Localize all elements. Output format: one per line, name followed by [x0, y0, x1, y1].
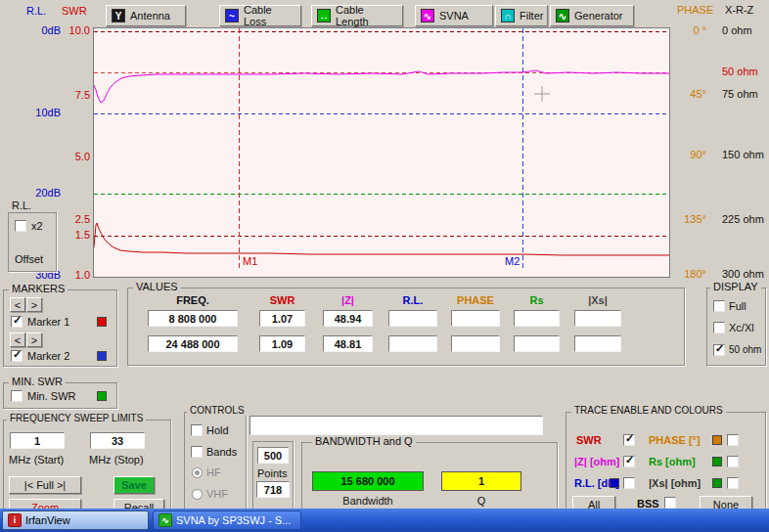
marker1-swr-value[interactable]: 1.07 [259, 310, 305, 327]
display-xcxl-checkbox[interactable] [713, 322, 725, 333]
hold-checkbox[interactable] [191, 424, 203, 436]
chart-svg [94, 28, 669, 277]
marker1-xs-value[interactable] [574, 310, 621, 327]
marker2-rl-value[interactable] [388, 335, 437, 352]
generator-icon: ∿ [556, 9, 569, 22]
phase-tick-0: 0 ° [677, 24, 706, 36]
marker2-prev-button[interactable]: < [10, 332, 25, 347]
bands-label: Bands [206, 446, 237, 458]
cable-loss-button[interactable]: ~ Cable Loss [219, 5, 301, 26]
points-label: Points [257, 467, 288, 479]
vhf-radio[interactable] [192, 489, 203, 500]
display-50ohm-checkbox[interactable] [713, 344, 725, 356]
marker2-checkbox-label: Marker 2 [27, 350, 69, 362]
marker1-phase-value[interactable] [451, 310, 500, 327]
bss-checkbox[interactable] [664, 497, 676, 509]
rl-tick-20db: 20dB [27, 187, 61, 199]
values-header-freq: FREQ. [148, 294, 238, 306]
irfanview-icon: i [8, 513, 22, 527]
display-full-checkbox[interactable] [713, 300, 725, 312]
marker1-rl-value[interactable] [388, 310, 437, 327]
trace-xs-label: |Xs| [ohm] [649, 477, 701, 489]
points-input[interactable]: 500 [257, 447, 289, 464]
marker1-rs-value[interactable] [514, 310, 560, 327]
trace-phase-label: PHASE [°] [649, 434, 701, 446]
x2-checkbox[interactable] [15, 220, 26, 232]
marker1-checkbox[interactable] [11, 316, 23, 328]
hf-radio[interactable] [192, 467, 203, 478]
ohm-tick-0: 0 ohm [722, 24, 752, 36]
svna-button-label: SVNA [439, 10, 469, 22]
cable-length-button[interactable]: ↔ Cable Length [311, 5, 403, 26]
marker2-z-value[interactable]: 48.81 [323, 335, 373, 352]
rl-offset-group: x2 Offset [8, 212, 57, 272]
values-header-swr: SWR [259, 294, 305, 306]
trace-rs-swatch[interactable] [712, 457, 722, 466]
points-count-value: 718 [256, 481, 290, 498]
ohm-tick-150: 150 ohm [722, 149, 764, 160]
sweep-limits-title: FREQUENCY SWEEP LIMITS [7, 413, 146, 423]
marker2-phase-value[interactable] [451, 335, 500, 352]
phase-tick-90: 90° [677, 149, 706, 160]
sweep-start-input[interactable]: 1 [10, 432, 65, 449]
trace-swr-label: SWR [576, 434, 602, 446]
marker2-swr-value[interactable]: 1.09 [259, 335, 305, 352]
marker2-xs-value[interactable] [574, 335, 621, 352]
filter-icon: ∩ [501, 9, 515, 22]
taskbar-svna-button[interactable]: ∿ SVNA by SP3SWJ - S... [153, 510, 301, 530]
marker2-label: M2 [505, 255, 520, 267]
trace-xs-swatch[interactable] [712, 478, 722, 488]
display-group: DISPLAY Full Xc/Xl 50 ohm [706, 288, 766, 366]
cable-loss-icon: ~ [225, 9, 239, 22]
generator-button-label: Generator [574, 10, 623, 22]
trace-enable-title: TRACE ENABLE AND COLOURS [571, 405, 726, 416]
full-span-button[interactable]: |< Full >| [9, 476, 81, 494]
trace-z-checkbox[interactable] [623, 456, 635, 467]
marker1-next-button[interactable]: > [26, 297, 42, 312]
marker2-checkbox[interactable] [11, 350, 23, 362]
vhf-label: VHF [206, 488, 228, 500]
marker1-freq-value[interactable]: 8 808 000 [148, 310, 238, 327]
ohm-tick-300: 300 ohm [722, 268, 764, 280]
sweep-stop-input[interactable]: 33 [90, 432, 145, 449]
bands-checkbox[interactable] [191, 446, 203, 458]
marker1-color-swatch[interactable] [97, 317, 107, 327]
trace-phase-checkbox[interactable] [727, 434, 739, 446]
display-full-label: Full [729, 300, 746, 312]
taskbar-irfanview-button[interactable]: i IrfanView [2, 510, 149, 530]
filter-button[interactable]: ∩ Filter [495, 5, 548, 26]
trace-phase-swatch[interactable] [712, 435, 722, 445]
marker1-prev-button[interactable]: < [10, 297, 25, 312]
marker2-freq-value[interactable]: 24 488 000 [148, 335, 238, 352]
trace-z-label: |Z| [ohm] [574, 456, 619, 467]
x2-label: x2 [31, 220, 43, 232]
status-input[interactable] [249, 416, 543, 435]
marker2-color-swatch[interactable] [97, 351, 107, 361]
trace-swr-checkbox[interactable] [623, 434, 635, 446]
marker2-next-button[interactable]: > [26, 332, 42, 347]
svna-button[interactable]: ∿ SVNA [415, 5, 493, 26]
trace-xs-checkbox[interactable] [727, 477, 739, 489]
save-button[interactable]: Save [113, 476, 155, 494]
chart-area[interactable] [93, 27, 670, 278]
values-header-phase: PHASE [451, 294, 500, 306]
trace-rl-swatch[interactable] [610, 478, 619, 488]
swr-axis-legend: SWR [62, 5, 87, 17]
min-swr-group: MIN. SWR Min. SWR [3, 382, 117, 409]
q-label: Q [441, 495, 521, 507]
taskbar-svna-label: SVNA by SP3SWJ - S... [176, 514, 291, 526]
display-xcxl-label: Xc/Xl [729, 322, 754, 333]
svna-icon: ∿ [421, 9, 434, 22]
trace-rl-checkbox[interactable] [623, 477, 635, 489]
marker1-z-value[interactable]: 48.94 [323, 310, 373, 327]
min-swr-checkbox[interactable] [11, 390, 23, 402]
marker2-rs-value[interactable] [514, 335, 560, 352]
values-group-title: VALUES [133, 281, 181, 292]
antenna-button[interactable]: Y Antenna [106, 5, 186, 26]
trace-rs-checkbox[interactable] [727, 456, 739, 467]
sweep-start-label: MHz (Start) [9, 454, 64, 466]
swr-tick-10: 10.0 [63, 24, 90, 36]
generator-button[interactable]: ∿ Generator [550, 5, 634, 26]
min-swr-color-swatch[interactable] [97, 391, 107, 401]
rl-axis-legend: R.L. [26, 5, 46, 17]
